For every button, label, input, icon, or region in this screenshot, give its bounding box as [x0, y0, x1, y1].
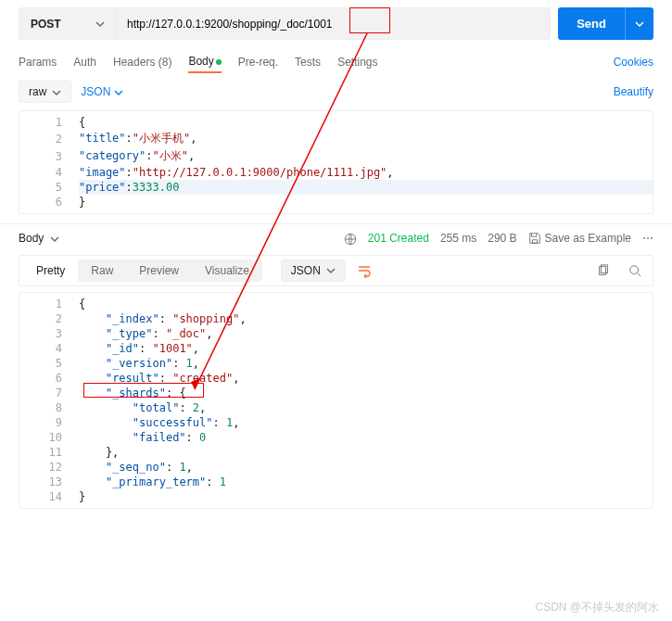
chevron-down-icon [95, 18, 105, 31]
response-size: 290 B [488, 232, 516, 245]
request-tabs: Params Auth Headers (8) Body Pre-req. Te… [19, 51, 653, 73]
response-header: Body 201 Created 255 ms 290 B Save as Ex… [19, 232, 653, 246]
watermark: CSDN @不掉头发的阿水 [535, 600, 659, 615]
chevron-down-icon [52, 85, 61, 98]
tab-auth[interactable]: Auth [73, 52, 96, 72]
search-icon[interactable] [621, 260, 649, 281]
cookies-link[interactable]: Cookies [614, 56, 653, 69]
globe-icon[interactable] [344, 232, 357, 246]
response-view-tabs: Pretty Raw Preview Visualize JSON [19, 255, 653, 286]
request-row: POST Send [19, 7, 653, 40]
http-method-select[interactable]: POST [19, 7, 117, 40]
response-format-select[interactable]: JSON [281, 260, 346, 282]
send-button-group: Send [558, 7, 653, 40]
more-options-icon[interactable]: ⋯ [642, 232, 653, 245]
response-body-viewer[interactable]: 1{ 2 "_index": "shopping", 3 "_type": "_… [19, 292, 653, 509]
svg-point-3 [630, 266, 639, 274]
body-controls: raw JSON Beautify [19, 81, 653, 103]
http-method-label: POST [31, 18, 61, 31]
body-mode-select[interactable]: raw [19, 81, 71, 103]
chevron-down-icon [114, 85, 123, 98]
request-body-editor[interactable]: 1{ 2"title":"小米手机", 3"category":"小米", 4"… [19, 110, 653, 214]
send-dropdown-button[interactable] [625, 7, 653, 40]
send-button[interactable]: Send [558, 7, 625, 40]
tab-body[interactable]: Body [188, 51, 221, 73]
tab-pretty[interactable]: Pretty [23, 260, 78, 282]
tab-settings[interactable]: Settings [337, 52, 377, 72]
tab-visualize[interactable]: Visualize [192, 260, 262, 282]
body-language-select[interactable]: JSON [81, 85, 123, 98]
status-code: 201 Created [368, 232, 429, 245]
beautify-link[interactable]: Beautify [614, 85, 653, 98]
response-time: 255 ms [440, 232, 476, 245]
save-example-button[interactable]: Save as Example [528, 232, 631, 245]
response-section-select[interactable]: Body [19, 232, 59, 245]
tab-params[interactable]: Params [19, 52, 57, 72]
url-input[interactable] [117, 7, 551, 40]
tab-tests[interactable]: Tests [295, 52, 321, 72]
copy-icon[interactable] [590, 260, 617, 281]
tab-preview[interactable]: Preview [126, 260, 192, 282]
tab-headers[interactable]: Headers (8) [113, 52, 171, 72]
wrap-lines-icon[interactable] [349, 260, 379, 282]
tab-raw[interactable]: Raw [78, 260, 126, 282]
chevron-down-icon [635, 17, 644, 31]
tab-pre-req[interactable]: Pre-req. [238, 52, 278, 72]
unsaved-dot-icon [216, 59, 222, 65]
